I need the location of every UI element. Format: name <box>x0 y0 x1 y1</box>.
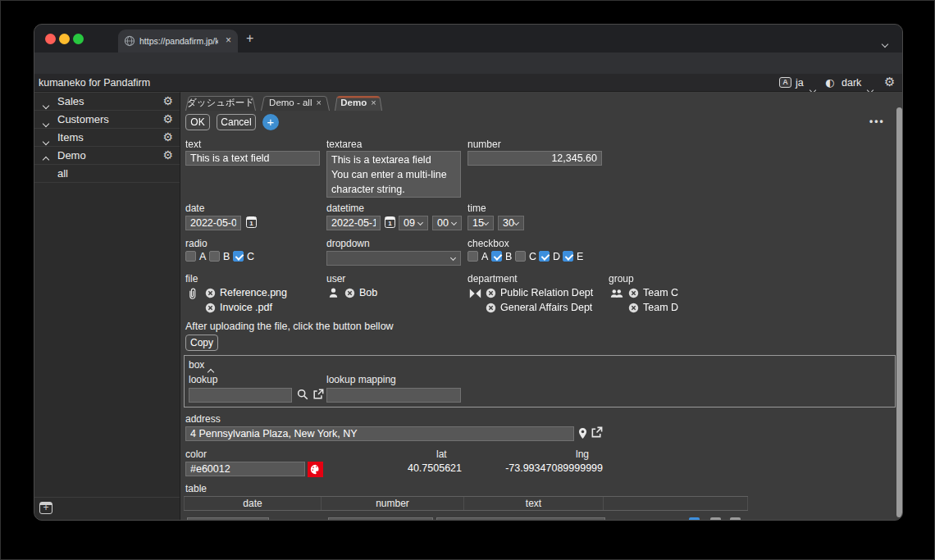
app-title: kumaneko for Pandafirm <box>39 77 150 89</box>
radio-option-a[interactable] <box>185 251 196 262</box>
textarea-input[interactable]: This is a textarea field You can enter a… <box>326 151 461 198</box>
tab-close-icon[interactable]: × <box>316 98 321 107</box>
remove-department-icon[interactable] <box>486 303 496 313</box>
time-minute-select[interactable]: 30 <box>498 216 524 230</box>
table-header-date: date <box>184 497 322 510</box>
remove-file-icon[interactable] <box>205 288 216 298</box>
file-name[interactable]: Invoice .pdf <box>220 302 272 313</box>
external-link-icon[interactable] <box>591 426 603 439</box>
ok-button[interactable]: OK <box>185 114 210 130</box>
search-icon[interactable] <box>297 389 308 400</box>
table-header-text: text <box>464 497 604 510</box>
content-scrollbar[interactable] <box>896 107 902 517</box>
checkbox-option-a[interactable] <box>468 251 478 262</box>
radio-option-b[interactable] <box>209 251 220 262</box>
datetime-minute-select[interactable]: 00 <box>432 216 462 230</box>
browser-tab[interactable]: https://pandafirm.jp/kumaneko × <box>118 30 238 52</box>
user-field-label: user <box>326 273 345 285</box>
table-clear-row-button[interactable] <box>730 517 741 521</box>
lookup-mapping-input[interactable] <box>326 388 461 403</box>
tab-search-chevron-icon[interactable] <box>883 35 887 50</box>
app-settings-gear-icon[interactable]: ⚙ <box>162 95 173 107</box>
checkbox-option-c[interactable] <box>515 251 526 262</box>
number-input[interactable] <box>468 151 602 166</box>
department-name: General Affairs Dept <box>500 302 592 313</box>
remove-department-icon[interactable] <box>486 288 496 298</box>
dropdown-select[interactable] <box>326 251 461 266</box>
copy-button[interactable]: Copy <box>185 335 218 351</box>
traffic-light-close[interactable] <box>45 34 56 44</box>
lookup-input[interactable] <box>189 388 292 403</box>
calendar-icon[interactable]: 1 <box>385 216 395 228</box>
checkbox-option-d[interactable] <box>539 251 550 262</box>
theme-select[interactable]: dark <box>842 77 861 89</box>
add-record-button[interactable]: + <box>262 114 279 130</box>
screenshot-stage: https://pandafirm.jp/kumaneko × + ← → ⌂ … <box>0 0 935 560</box>
map-pin-icon[interactable] <box>578 427 587 439</box>
table-header-row: date number text <box>184 496 748 511</box>
traffic-light-minimize[interactable] <box>59 34 70 44</box>
app-settings-gear-icon[interactable]: ⚙ <box>162 113 173 125</box>
app-settings-gear-icon[interactable]: ⚙ <box>162 131 173 143</box>
color-swatch-button[interactable] <box>308 462 323 477</box>
table-number-input[interactable] <box>328 517 433 521</box>
traffic-light-zoom[interactable] <box>73 34 84 44</box>
view-tab-dashboard[interactable]: ダッシュボード <box>185 94 256 111</box>
checkbox-option-e[interactable] <box>563 251 573 262</box>
tab-close-icon[interactable]: × <box>371 98 376 107</box>
external-link-icon[interactable] <box>312 389 324 400</box>
paperclip-icon <box>187 287 198 300</box>
lng-field-label: lng <box>576 448 589 460</box>
chevron-up-icon <box>43 153 48 165</box>
table-date-input[interactable] <box>187 517 269 521</box>
table-remove-row-button[interactable] <box>710 517 721 521</box>
sidebar-item-demo[interactable]: Demo ⚙ <box>34 147 180 165</box>
datetime-date-input[interactable] <box>326 216 381 230</box>
new-tab-button[interactable]: + <box>246 32 253 45</box>
sidebar-item-label: Sales <box>57 95 84 107</box>
app-settings-gear-icon[interactable]: ⚙ <box>162 149 173 161</box>
lookup-mapping-field-label: lookup mapping <box>326 374 396 385</box>
sidebar-subitem-all[interactable]: all <box>34 165 180 183</box>
checkbox-field-label: checkbox <box>468 238 509 249</box>
date-input[interactable] <box>185 216 241 230</box>
view-tab-demo[interactable]: Demo× <box>335 94 382 111</box>
more-options-button[interactable]: ••• <box>869 116 885 127</box>
file-name[interactable]: Reference.png <box>220 287 287 298</box>
sidebar-item-customers[interactable]: Customers ⚙ <box>34 111 180 129</box>
remove-group-icon[interactable] <box>628 303 639 313</box>
sidebar-item-items[interactable]: Items ⚙ <box>34 129 180 147</box>
group-name: Team D <box>643 302 678 313</box>
calendar-icon[interactable]: 1 <box>246 216 257 228</box>
datetime-field-label: datetime <box>326 203 364 214</box>
table-add-row-button[interactable] <box>689 517 700 521</box>
address-input[interactable] <box>185 426 574 441</box>
sidebar-item-label: Items <box>57 131 84 143</box>
sidebar-item-sales[interactable]: Sales ⚙ <box>34 93 180 111</box>
checkbox-option-b[interactable] <box>491 251 502 262</box>
table-field-label: table <box>185 483 207 494</box>
table-text-input[interactable] <box>436 517 605 521</box>
view-tab-demo-all[interactable]: Demo - all× <box>261 94 330 111</box>
chevron-down-icon <box>43 134 48 147</box>
tab-close-icon[interactable]: × <box>226 35 231 46</box>
cancel-button[interactable]: Cancel <box>217 114 256 130</box>
remove-file-icon[interactable] <box>205 303 216 313</box>
checkbox-option-label: B <box>505 251 512 262</box>
settings-gear-icon[interactable]: ⚙ <box>884 76 895 88</box>
text-input[interactable] <box>185 151 320 166</box>
department-name: Public Relation Dept <box>500 287 593 298</box>
upload-note: After uploading the file, click the butt… <box>185 321 394 332</box>
remove-group-icon[interactable] <box>628 288 639 298</box>
sidebar-item-label: Customers <box>57 113 109 125</box>
radio-option-c[interactable] <box>233 251 244 262</box>
add-app-icon[interactable]: + <box>39 502 52 514</box>
time-hour-select[interactable]: 15 <box>468 216 494 230</box>
language-select[interactable]: ja <box>796 77 804 89</box>
chevron-down-icon <box>43 98 48 111</box>
remove-user-icon[interactable] <box>344 288 355 298</box>
radio-option-label: B <box>223 251 230 262</box>
color-input[interactable] <box>185 462 305 476</box>
radio-option-label: C <box>247 251 254 262</box>
datetime-hour-select[interactable]: 09 <box>399 216 428 230</box>
